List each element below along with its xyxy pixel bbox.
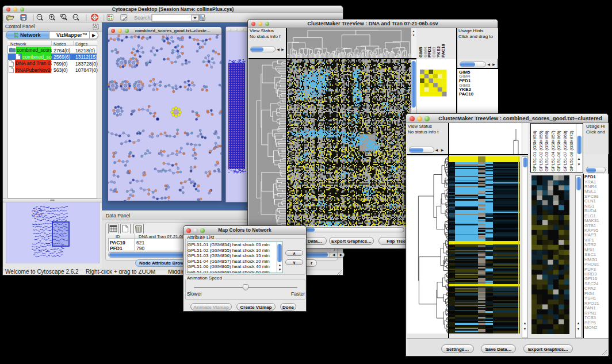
svg-text:1:1: 1:1 bbox=[74, 16, 77, 18]
svg-text:Search:: Search: bbox=[134, 15, 152, 21]
